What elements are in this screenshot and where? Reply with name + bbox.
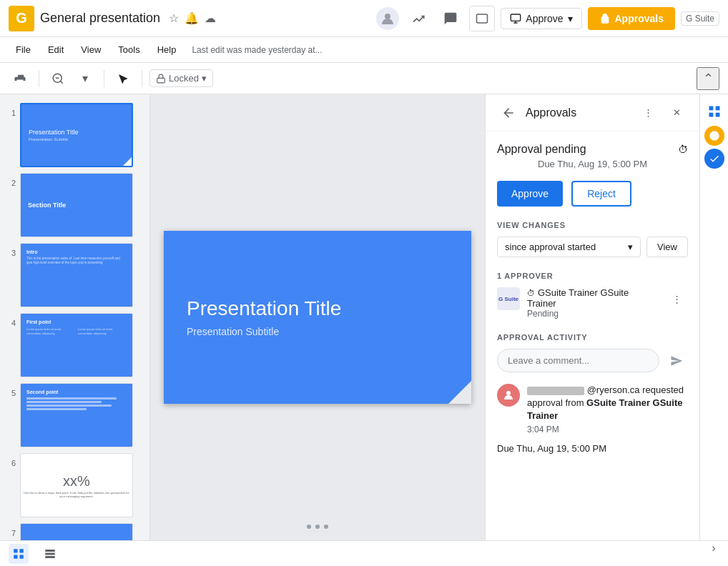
view-button[interactable]: View [646,237,688,257]
panel-back-button[interactable] [497,101,520,124]
approver-row: G Suite ⏱ GSuite Trainer GSuite Trainer … [497,287,688,319]
collaborator-avatar [375,6,400,31]
slide-item-5[interactable]: 5 Second point [0,380,149,450]
trending-icon[interactable] [406,6,432,31]
slide-thumb-4: First point Lorem ipsum dolor sit amet c… [20,313,133,377]
panel-more-button[interactable]: ⋮ [636,101,659,124]
menu-help[interactable]: Help [150,41,184,58]
svg-rect-19 [45,556,55,558]
slide-item-2[interactable]: 2 Section Title [0,170,149,240]
svg-rect-10 [709,113,713,117]
slide-panel: 1 Presentation Title Presentation Subtit… [0,94,150,540]
canvas-dot-3 [324,525,328,529]
cloud-icon[interactable]: ☁ [205,11,216,25]
svg-rect-13 [14,549,17,552]
cursor-button[interactable] [112,67,134,90]
svg-rect-16 [20,555,24,558]
canvas-area: Presentation Title Presentation Subtitle [150,94,485,540]
approver-name-line2: Trainer [527,298,658,309]
slide-item-7[interactable]: 7 [0,520,149,540]
view-changes-select[interactable]: since approval started ▾ [497,237,641,257]
share-label: Approvals [615,13,664,24]
collapse-button[interactable]: ⌃ [697,67,719,90]
activity-label: APPROVAL ACTIVITY [497,333,688,342]
bottom-bar [0,540,728,566]
slide-canvas: Presentation Title Presentation Subtitle [164,231,471,404]
view-changes-label: VIEW CHANGES [497,221,688,229]
approver-more-button[interactable]: ⋮ [665,287,688,310]
toolbar-divider-2 [104,70,104,87]
canvas-subtitle: Presentation Subtitle [187,326,448,337]
list-view-button[interactable] [40,544,60,564]
approvals-panel: Approvals ⋮ ✕ Approval pending ⏱ Due Thu… [485,94,699,540]
approval-buttons: Approve Reject [497,181,688,207]
svg-rect-8 [709,106,713,111]
main-area: 1 Presentation Title Presentation Subtit… [0,94,728,540]
slide-item-1[interactable]: 1 Presentation Title Presentation Subtit… [0,100,149,170]
zoom-dropdown[interactable]: ▾ [74,67,97,90]
slide-6-title: xx% [63,473,90,490]
right-icon-blue-circle[interactable] [704,149,724,169]
activity-email-suffix: @ryerson.ca [587,384,640,395]
comment-input[interactable] [497,349,659,372]
panel-close-button[interactable]: ✕ [665,101,688,124]
approver-status: Pending [527,309,658,319]
locked-button[interactable]: Locked ▾ [149,69,213,87]
right-icon-grid[interactable] [703,100,726,123]
menu-tools[interactable]: Tools [111,41,147,58]
bell-icon[interactable]: 🔔 [185,11,199,25]
star-icon[interactable]: ☆ [169,11,179,25]
menu-edit[interactable]: Edit [41,41,71,58]
canvas-dot-1 [307,525,311,529]
slide-number-2: 2 [6,179,16,187]
svg-point-0 [385,14,390,19]
slide-1-subtitle: Presentation Subtitle [29,137,124,142]
approval-due-date: Due Thu, Aug 19, 5:00 PM [497,159,688,169]
approval-status-row: Approval pending ⏱ [497,143,688,156]
comment-input-row [497,349,688,372]
slide-thumb-3: Intro This is the presentation sales of.… [20,243,133,307]
slide-1-title: Presentation Title [29,129,124,136]
menu-file[interactable]: File [9,41,38,58]
svg-rect-6 [157,78,165,82]
menu-view[interactable]: View [74,41,108,58]
slide-item-3[interactable]: 3 Intro This is the presentation sales o… [0,240,149,310]
panel-title: Approvals [526,106,631,119]
toolbar: ▾ Locked ▾ ⌃ [0,63,728,94]
slide-number-6: 6 [6,459,16,467]
slideshow-icon-btn[interactable] [469,6,495,31]
slide-4-title: First point [26,319,127,324]
view-changes-row: since approval started ▾ View [497,237,688,257]
slide-number-3: 3 [6,249,16,257]
slide-5-title: Second point [26,389,127,394]
menu-bar: File Edit View Tools Help Last edit was … [0,37,728,63]
approve-button[interactable]: Approve [497,181,563,207]
send-button[interactable] [665,349,688,372]
chat-icon[interactable] [438,6,463,31]
panel-header: Approvals ⋮ ✕ [486,94,699,131]
slide-number-7: 7 [6,529,16,537]
grid-view-button[interactable] [9,544,29,564]
svg-point-7 [506,391,511,395]
last-edit-text: Last edit was made yesterday at... [192,45,322,55]
canvas-corner [448,381,471,404]
present-button[interactable]: Approve ▾ [501,8,581,29]
present-dropdown-icon[interactable]: ▾ [568,13,573,24]
activity-content: @ryerson.ca requested approval from GSui… [527,384,688,435]
svg-rect-14 [20,549,24,552]
print-button[interactable] [9,67,31,90]
slide-item-4[interactable]: 4 First point Lorem ipsum dolor sit amet… [0,310,149,380]
slide-item-6[interactable]: 6 xx% Use this to show a major data poin… [0,450,149,520]
zoom-out-button[interactable] [46,67,69,90]
activity-time: 3:04 PM [527,424,688,435]
title-icons: ☆ 🔔 ☁ [169,11,216,25]
slide-thumb-2: Section Title [20,173,133,237]
svg-rect-2 [511,14,521,21]
svg-point-12 [709,131,719,140]
reject-button[interactable]: Reject [571,181,631,207]
activity-text: @ryerson.ca requested approval from GSui… [527,384,688,423]
right-icon-yellow[interactable] [704,126,724,146]
share-button[interactable]: Approvals [588,7,675,30]
approver-info: ⏱ GSuite Trainer GSuite Trainer Pending [527,287,658,319]
document-title: General presentation [40,11,160,26]
